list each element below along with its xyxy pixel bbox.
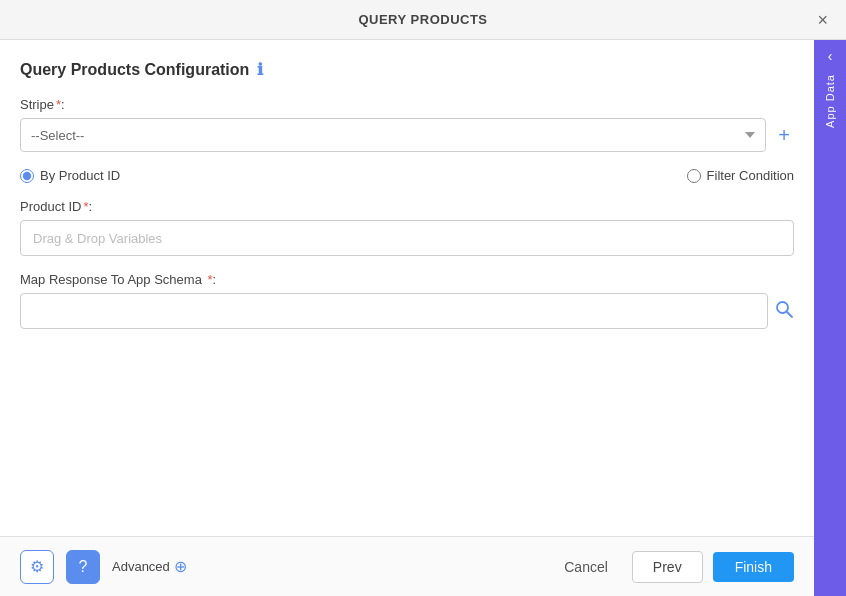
- product-id-input[interactable]: [20, 220, 794, 256]
- modal-title: QUERY PRODUCTS: [358, 12, 487, 27]
- by-product-id-option[interactable]: By Product ID: [20, 168, 120, 183]
- search-icon: [774, 299, 794, 319]
- stripe-select[interactable]: --Select--: [20, 118, 766, 152]
- bottom-left-actions: ⚙ ? Advanced ⊕: [20, 550, 187, 584]
- stripe-select-wrapper: --Select-- +: [20, 118, 794, 152]
- close-button[interactable]: ×: [811, 9, 834, 31]
- prev-button[interactable]: Prev: [632, 551, 703, 583]
- by-product-id-label: By Product ID: [40, 168, 120, 183]
- page-title-text: Query Products Configuration: [20, 61, 249, 79]
- radio-options-row: By Product ID Filter Condition: [20, 168, 794, 183]
- advanced-plus-icon: ⊕: [174, 557, 187, 576]
- filter-condition-option[interactable]: Filter Condition: [687, 168, 794, 183]
- map-response-group: Map Response To App Schema *:: [20, 272, 794, 329]
- finish-button[interactable]: Finish: [713, 552, 794, 582]
- app-data-label: App Data: [824, 74, 836, 128]
- advanced-button[interactable]: Advanced ⊕: [112, 557, 187, 576]
- bottom-right-actions: Cancel Prev Finish: [550, 551, 794, 583]
- map-response-input[interactable]: [20, 293, 768, 329]
- map-response-wrapper: [20, 293, 794, 329]
- map-response-label: Map Response To App Schema *:: [20, 272, 794, 287]
- product-id-label: Product ID*:: [20, 199, 794, 214]
- cancel-button[interactable]: Cancel: [550, 553, 622, 581]
- stripe-label: Stripe*:: [20, 97, 794, 112]
- stripe-add-button[interactable]: +: [774, 125, 794, 145]
- page-title: Query Products Configuration ℹ: [20, 60, 794, 79]
- stripe-group: Stripe*: --Select-- +: [20, 97, 794, 152]
- modal-wrapper: QUERY PRODUCTS × ‹ App Data Query Produc…: [0, 0, 846, 596]
- map-response-search-button[interactable]: [774, 299, 794, 324]
- question-icon: ?: [79, 558, 88, 576]
- svg-line-1: [787, 311, 793, 317]
- title-bar: QUERY PRODUCTS ×: [0, 0, 846, 40]
- gear-button[interactable]: ⚙: [20, 550, 54, 584]
- app-data-sidebar[interactable]: ‹ App Data: [814, 40, 846, 596]
- by-product-id-radio[interactable]: [20, 169, 34, 183]
- main-content: Query Products Configuration ℹ Stripe*: …: [0, 40, 814, 536]
- filter-condition-radio[interactable]: [687, 169, 701, 183]
- gear-icon: ⚙: [30, 557, 44, 576]
- info-icon[interactable]: ℹ: [257, 60, 263, 79]
- product-id-group: Product ID*:: [20, 199, 794, 256]
- filter-condition-label: Filter Condition: [707, 168, 794, 183]
- advanced-label: Advanced: [112, 559, 170, 574]
- question-button[interactable]: ?: [66, 550, 100, 584]
- sidebar-chevron-icon: ‹: [828, 40, 833, 68]
- bottom-bar: ⚙ ? Advanced ⊕ Cancel Prev Finish: [0, 536, 814, 596]
